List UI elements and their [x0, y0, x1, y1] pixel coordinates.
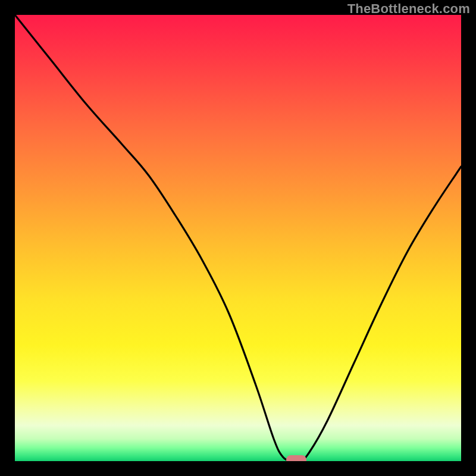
bottleneck-curve [15, 15, 461, 461]
chart-frame: TheBottleneck.com [0, 0, 476, 476]
watermark-text: TheBottleneck.com [347, 1, 470, 17]
plot-area [15, 15, 461, 461]
optimal-marker [286, 455, 306, 461]
